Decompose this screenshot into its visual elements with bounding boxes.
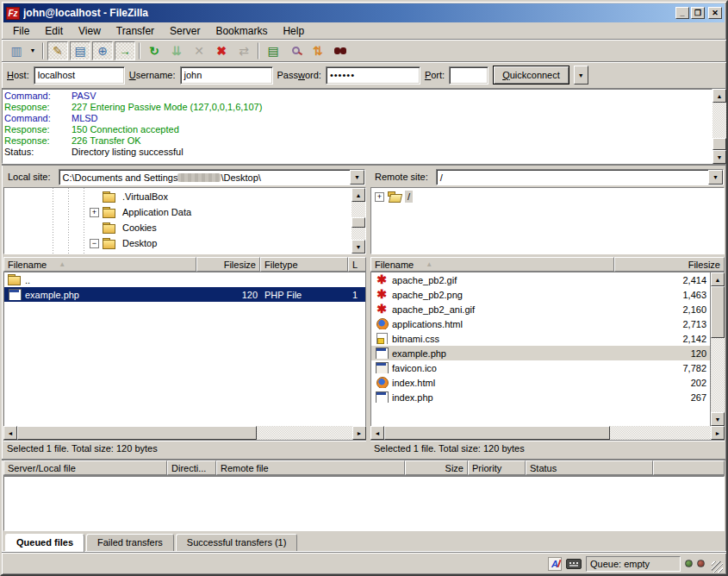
resize-grip[interactable] [712, 561, 723, 573]
site-manager-dropdown-icon[interactable]: ▼ [27, 41, 39, 60]
reconnect-icon[interactable]: ⇄ [233, 41, 254, 60]
tree-item[interactable]: − Desktop [4, 235, 352, 251]
scroll-left-icon[interactable]: ◄ [370, 426, 384, 440]
file-type-icon [375, 377, 389, 388]
cancel-operation-icon[interactable]: ✕ [189, 41, 209, 60]
file-row[interactable]: .. [4, 272, 365, 287]
file-row[interactable]: example.php 120 [371, 346, 710, 360]
site-manager-icon[interactable]: ▥ [6, 41, 27, 60]
menu-item[interactable]: Edit [37, 23, 71, 39]
directory-compare-icon[interactable] [285, 41, 306, 60]
process-queue-icon[interactable]: ⇊ [166, 41, 187, 60]
menu-item[interactable]: File [5, 23, 37, 39]
scroll-thumb[interactable] [17, 426, 257, 440]
column-header[interactable]: Filesize▲ [614, 257, 725, 272]
local-tree-scrollbar[interactable]: ▲ ▼ [352, 188, 365, 254]
local-hscrollbar[interactable]: ◄ ► [3, 426, 366, 440]
column-header[interactable]: Priority [468, 460, 526, 475]
file-row[interactable]: apache_pb2.gif 2,414 [371, 272, 710, 287]
menu-item[interactable]: View [71, 23, 109, 39]
filezilla-app-icon: Fz [6, 7, 20, 20]
toggle-message-log-icon[interactable]: ✎ [47, 41, 68, 60]
tree-item[interactable]: Cookies [4, 220, 352, 235]
scroll-thumb[interactable] [352, 217, 365, 228]
file-row[interactable]: apache_pb2.png 1,463 [371, 287, 710, 302]
file-row[interactable]: index.html 202 [371, 375, 710, 390]
file-row[interactable]: example.php 120 PHP File 1 [4, 287, 365, 302]
menu-item[interactable]: Bookmarks [208, 23, 275, 39]
scroll-up-icon[interactable]: ▲ [352, 188, 365, 202]
tree-expander-icon[interactable]: + [90, 208, 99, 217]
queue-tab[interactable]: Queued files [5, 534, 84, 552]
file-row[interactable]: apache_pb2_ani.gif 2,160 [371, 302, 710, 316]
close-button[interactable]: ✕ [708, 7, 722, 19]
scroll-down-icon[interactable]: ▼ [352, 240, 365, 254]
tree-item[interactable]: .VirtualBox [4, 189, 352, 204]
username-input[interactable]: john [180, 66, 273, 85]
combo-dropdown-icon[interactable]: ▼ [708, 170, 723, 185]
file-row[interactable]: favicon.ico 7,782 [371, 360, 710, 375]
minimize-button[interactable]: _ [675, 7, 689, 19]
remote-list-header: Filename▲Filesize▲ [370, 257, 725, 272]
speed-limit-icon[interactable] [566, 559, 582, 569]
file-row[interactable]: applications.html 2,713 [371, 316, 710, 331]
file-type-icon [375, 347, 389, 359]
tree-expander-icon[interactable]: − [90, 239, 99, 248]
menu-item[interactable]: Help [275, 23, 312, 39]
maximize-button[interactable]: ❐ [691, 7, 705, 19]
scroll-thumb[interactable] [711, 286, 725, 338]
quickconnect-button[interactable]: Quickconnect [493, 66, 569, 85]
column-header[interactable]: Size [405, 460, 468, 475]
remote-site-label: Remote site: [371, 170, 432, 185]
scroll-thumb[interactable] [712, 138, 726, 150]
column-header[interactable]: Server/Local file [3, 460, 167, 475]
log-scrollbar[interactable]: ▲ ▼ [712, 89, 726, 164]
menu-item[interactable]: Server [162, 23, 208, 39]
file-row[interactable]: index.php 267 [371, 390, 710, 404]
remote-path-combo[interactable]: / ▼ [436, 169, 724, 185]
data-type-ascii-icon[interactable]: A [548, 557, 562, 571]
queue-tab[interactable]: Successful transfers (1) [176, 534, 298, 551]
scroll-up-icon[interactable]: ▲ [711, 272, 725, 286]
remote-list-scrollbar[interactable]: ▲ ▼ [711, 272, 725, 426]
title-bar: Fz john@localhost - FileZilla _ ❐ ✕ [3, 3, 725, 22]
column-header[interactable]: Filename▲ [370, 257, 614, 272]
column-header[interactable]: Filename▲ [3, 257, 196, 272]
column-header[interactable]: Status [526, 460, 653, 475]
scroll-thumb[interactable] [384, 426, 610, 440]
synchronized-browsing-icon[interactable]: ⇅ [308, 41, 328, 60]
scroll-right-icon[interactable]: ► [711, 426, 725, 440]
queue-tab[interactable]: Failed transfers [86, 534, 174, 551]
find-files-icon[interactable] [330, 41, 351, 60]
scroll-down-icon[interactable]: ▼ [711, 412, 725, 426]
remote-hscrollbar[interactable]: ◄ ► [370, 426, 725, 440]
disconnect-icon[interactable]: ✖ [211, 41, 232, 60]
tree-item[interactable]: + Application Data [4, 204, 352, 220]
scroll-up-icon[interactable]: ▲ [712, 89, 726, 103]
file-row[interactable]: bitnami.css 2,142 [371, 331, 710, 346]
local-tree-panel: .VirtualBox + Application Data [3, 187, 366, 254]
column-header[interactable]: Directi... [167, 460, 216, 475]
filter-icon[interactable]: ▤ [263, 41, 283, 60]
scroll-down-icon[interactable]: ▼ [712, 150, 726, 164]
column-header[interactable]: Remote file [216, 460, 405, 475]
column-header[interactable]: L▲ [348, 257, 366, 272]
column-header[interactable]: Filetype▲ [260, 257, 348, 272]
tree-item[interactable]: + / [371, 189, 724, 204]
toggle-local-tree-icon[interactable]: ▤ [70, 41, 90, 60]
toggle-remote-tree-icon[interactable]: ⊕ [92, 41, 113, 60]
local-path-combo[interactable]: C:\Documents and Settings\Desktop\ ▼ [59, 169, 365, 185]
column-header[interactable]: Filesize▲ [196, 257, 260, 272]
password-input[interactable]: •••••• [326, 66, 420, 85]
quickconnect-dropdown-icon[interactable]: ▼ [574, 66, 588, 85]
host-label: Host: [7, 70, 29, 80]
refresh-icon[interactable]: ↻ [144, 41, 165, 60]
menu-item[interactable]: Transfer [109, 23, 162, 39]
toggle-queue-icon[interactable]: → [115, 41, 135, 60]
combo-dropdown-icon[interactable]: ▼ [350, 170, 364, 185]
port-input[interactable] [449, 66, 488, 85]
tree-expander-icon[interactable]: + [375, 192, 384, 202]
scroll-left-icon[interactable]: ◄ [3, 426, 17, 440]
host-input[interactable]: localhost [34, 66, 125, 85]
scroll-right-icon[interactable]: ► [352, 426, 366, 440]
